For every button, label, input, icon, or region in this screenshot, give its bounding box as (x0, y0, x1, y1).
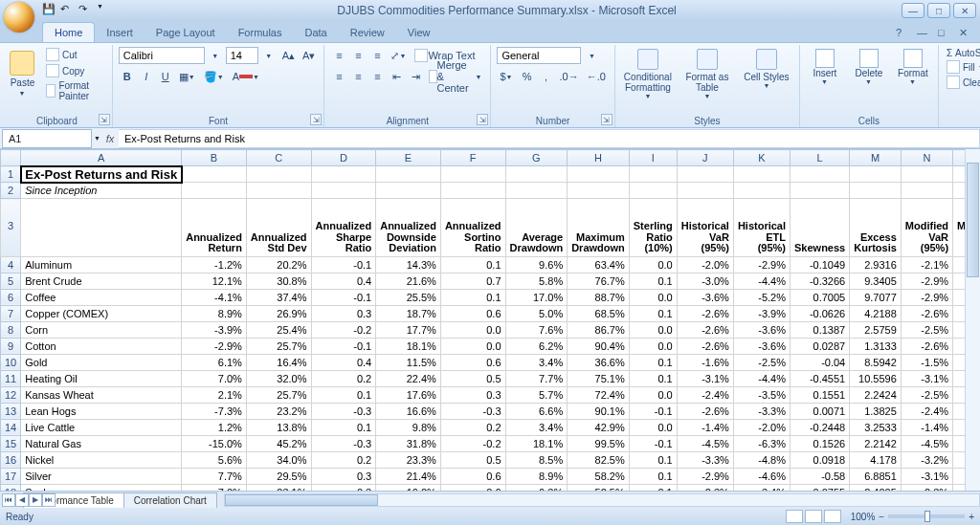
decrease-decimal-button[interactable]: ←.0 (584, 68, 609, 85)
horizontal-scrollbar[interactable] (224, 493, 980, 507)
cell[interactable] (182, 166, 247, 183)
cell[interactable]: -4.5% (677, 435, 733, 451)
cell[interactable]: -2.0% (733, 419, 790, 435)
cell[interactable]: Natural Gas (21, 435, 182, 451)
cell[interactable] (901, 183, 952, 199)
cell[interactable]: 21.6% (376, 273, 441, 289)
cell[interactable]: 58.2% (568, 468, 630, 484)
cell[interactable]: -3.3% (677, 451, 733, 468)
cell[interactable]: -3.1% (677, 370, 733, 386)
cell[interactable]: -3.1% (901, 370, 952, 386)
cell[interactable]: 0.1 (629, 305, 677, 321)
cell[interactable]: 0.7 (440, 273, 505, 289)
cell[interactable] (568, 166, 630, 183)
cell[interactable]: -3.4% (733, 484, 790, 491)
cell[interactable]: Brent Crude (21, 273, 182, 289)
row-header[interactable]: 9 (1, 338, 21, 354)
font-color-button[interactable]: A▼ (230, 68, 263, 85)
cell[interactable]: -2.5% (901, 386, 952, 403)
fill-color-button[interactable]: 🪣▼ (201, 68, 228, 85)
align-left-button[interactable]: ≡ (330, 68, 347, 85)
cell[interactable]: Soybeans (21, 484, 182, 491)
name-box[interactable]: A1 (2, 129, 92, 148)
cell[interactable]: 0.0 (629, 419, 677, 435)
table-column-header[interactable]: Excess Kurtosis (850, 199, 902, 257)
row-header[interactable]: 7 (1, 305, 21, 321)
cell[interactable]: -4.1% (182, 289, 247, 305)
cell[interactable]: 0.4 (311, 273, 376, 289)
cell[interactable]: 4.178 (850, 451, 902, 468)
cell[interactable]: 16.6% (376, 403, 441, 419)
clear-button[interactable]: Clear▼ (945, 75, 980, 90)
select-all-corner[interactable] (1, 150, 21, 166)
row-header[interactable]: 2 (1, 183, 21, 199)
cell[interactable]: 0.2 (440, 419, 505, 435)
cell[interactable]: 8.9% (182, 305, 247, 321)
cell[interactable]: -3.6% (677, 289, 733, 305)
number-format-combo[interactable] (497, 47, 581, 64)
cell[interactable]: 0.0 (629, 338, 677, 354)
table-column-header[interactable]: Annualized Return (182, 199, 247, 257)
decrease-font-button[interactable]: A▾ (300, 47, 318, 64)
autosum-button[interactable]: ΣAutoSum▼ (945, 47, 980, 59)
cell[interactable]: Heating Oil (21, 370, 182, 386)
cell[interactable]: -1.6% (677, 354, 733, 370)
cell[interactable] (246, 183, 311, 199)
conditional-formatting-button[interactable]: Conditional Formatting▼ (621, 47, 675, 100)
cell[interactable] (901, 166, 952, 183)
vertical-scrollbar[interactable] (965, 149, 980, 491)
cell[interactable]: 45.2% (246, 435, 311, 451)
cell[interactable]: 90.4% (568, 338, 630, 354)
cell[interactable]: -0.1 (311, 338, 376, 354)
increase-indent-button[interactable]: ⇥ (407, 68, 424, 85)
cell[interactable]: Nickel (21, 451, 182, 468)
scroll-thumb[interactable] (967, 163, 979, 277)
merge-center-button[interactable]: Merge & Center▼ (426, 68, 484, 85)
cell[interactable]: 17.0% (505, 289, 568, 305)
cell[interactable]: 26.9% (246, 305, 311, 321)
increase-font-button[interactable]: A▴ (279, 47, 298, 64)
cell[interactable]: -0.3266 (791, 273, 850, 289)
cell[interactable]: 8.5% (505, 451, 568, 468)
cell[interactable]: 0.3 (311, 484, 376, 491)
close-button[interactable]: ✕ (953, 3, 976, 18)
cell[interactable]: -2.9% (182, 338, 247, 354)
cell[interactable]: 16.4% (246, 354, 311, 370)
cell[interactable] (376, 183, 441, 199)
column-header[interactable]: M (850, 150, 902, 166)
align-middle-button[interactable]: ≡ (349, 47, 367, 64)
cell[interactable]: -2.6% (677, 338, 733, 354)
cell[interactable] (791, 166, 850, 183)
doc-restore-icon[interactable]: □ (938, 27, 953, 42)
cell[interactable]: 63.4% (568, 256, 630, 273)
cell[interactable]: -0.1 (629, 435, 677, 451)
cell[interactable]: 0.1 (629, 354, 677, 370)
zoom-slider[interactable] (888, 514, 965, 518)
row-header[interactable]: 12 (1, 386, 21, 403)
cell[interactable]: 0.0 (629, 321, 677, 338)
cell[interactable]: 0.0 (629, 289, 677, 305)
cell[interactable]: 9.3405 (850, 273, 902, 289)
cell[interactable]: Gold (21, 354, 182, 370)
align-top-button[interactable]: ≡ (330, 47, 347, 64)
cell[interactable]: -15.0% (182, 435, 247, 451)
scroll-thumb[interactable] (225, 494, 378, 506)
fill-button[interactable]: Fill▼ (945, 59, 980, 75)
cell[interactable]: 75.1% (568, 370, 630, 386)
cell[interactable]: 0.0 (629, 256, 677, 273)
chevron-down-icon[interactable]: ▼ (260, 47, 278, 64)
cell[interactable]: Kansas Wheat (21, 386, 182, 403)
table-column-header[interactable] (21, 199, 182, 257)
row-header[interactable]: 10 (1, 354, 21, 370)
cell[interactable]: 6.1% (182, 354, 247, 370)
column-header[interactable]: N (901, 150, 952, 166)
cell[interactable]: 7.6% (505, 321, 568, 338)
cell[interactable]: 0.1 (629, 273, 677, 289)
cell[interactable]: 2.2142 (850, 435, 902, 451)
delete-cells-button[interactable]: Delete▼ (850, 47, 888, 85)
cell[interactable]: 7.7% (505, 370, 568, 386)
cell[interactable]: 0.3 (440, 386, 505, 403)
cell[interactable]: -2.5% (733, 354, 790, 370)
cell[interactable]: 25.7% (246, 386, 311, 403)
orientation-button[interactable]: ⤢▼ (388, 47, 410, 64)
